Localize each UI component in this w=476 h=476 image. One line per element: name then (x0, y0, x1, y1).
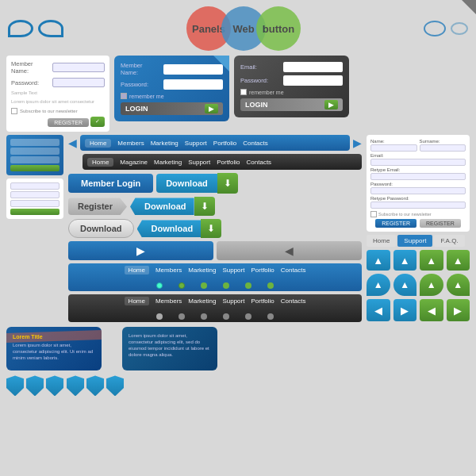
dot-6 (267, 282, 274, 289)
dir-btn-left-1[interactable]: ◀ (367, 299, 390, 321)
nav-arrow-left-1[interactable]: ◀ (68, 136, 77, 149)
scroll-btn-up-4[interactable]: ▲ (447, 250, 470, 271)
nc-contacts[interactable]: Contacts (281, 267, 306, 274)
nav-item-home[interactable]: Home (85, 139, 111, 148)
reg-name-label: Name: (370, 139, 417, 144)
register-green-btn[interactable]: ✓ (90, 117, 105, 127)
tab-home[interactable]: Home (367, 235, 396, 247)
sf-field-3[interactable] (10, 156, 60, 163)
scroll-btn-up-1[interactable]: ▲ (367, 250, 390, 271)
dir-btn-right-1[interactable]: ▶ (393, 299, 417, 321)
wf-field-1[interactable] (10, 182, 60, 190)
form3-remember-checkbox[interactable] (240, 89, 247, 95)
reg-cancel-btn[interactable]: REGISTER (420, 219, 461, 228)
download-btn-4[interactable]: Download ⬇ (137, 219, 222, 238)
nav2-support[interactable]: Support (188, 159, 210, 166)
register-button[interactable]: REGISTER (48, 118, 89, 127)
sf-field-2[interactable] (10, 148, 60, 155)
dir-btn-left-2[interactable]: ◀ (420, 299, 443, 321)
reg-submit-btn[interactable]: REGISTER (375, 219, 416, 228)
reg-repass-row: Retype Password: (370, 196, 466, 209)
nc-portfolio[interactable]: Portfolio (251, 267, 274, 274)
scroll-btn-up-2[interactable]: ▲ (393, 250, 417, 271)
speech-btn-2[interactable]: ▲ (393, 274, 417, 296)
reg-surname-label: Surname: (420, 139, 466, 144)
nav-item-marketing[interactable]: Marketing (151, 140, 178, 147)
download-btn-2[interactable]: Download ⬇ (130, 197, 215, 216)
nc-marketing[interactable]: Marketing (188, 267, 216, 274)
register-row: REGISTER ✓ (11, 117, 105, 127)
reg-email-input[interactable] (370, 159, 466, 166)
form-1: Member Name: Password: Sample Text Lorem… (6, 56, 109, 132)
dir-btn-right-2[interactable]: ▶ (447, 299, 470, 321)
download-btn-1[interactable]: Download ⬇ (156, 173, 238, 194)
wf-field-2[interactable] (10, 191, 60, 198)
sf-field-1[interactable] (10, 139, 60, 146)
reg-surname-input[interactable] (420, 144, 466, 152)
wide-bar-blue[interactable]: ▶ (68, 241, 213, 260)
nav-item-members[interactable]: Members (117, 140, 144, 147)
reg-pass-input[interactable] (370, 187, 466, 194)
info-label-1: Lorem Title (13, 333, 95, 341)
wf-submit[interactable] (10, 209, 60, 215)
nc2-home[interactable]: Home (125, 297, 149, 305)
dot2-5 (245, 313, 251, 320)
reg-repass-input[interactable] (370, 202, 466, 209)
wide-bars-row: ▶ ◀ (68, 241, 362, 260)
tab-support[interactable]: Support (397, 235, 432, 247)
sample-text: Sample Text (11, 90, 105, 96)
nav-arrow-right-1[interactable]: ▶ (353, 136, 362, 149)
speech-btn-4[interactable]: ▲ (447, 274, 470, 296)
reg-name-row: Name: Surname: (370, 139, 466, 152)
form2-password-input[interactable] (163, 79, 223, 90)
nav-circles-labels: Home Members Marketing Support Portfolio… (125, 266, 306, 274)
nav2-marketing[interactable]: Marketing (154, 159, 182, 166)
form3-email-input[interactable] (283, 62, 343, 72)
shield-4 (67, 375, 84, 396)
subscribe-checkbox[interactable] (11, 108, 17, 114)
nc-members[interactable]: Members (155, 267, 182, 274)
nc-support[interactable]: Support (222, 267, 244, 274)
nav2-magazine[interactable]: Magazine (120, 159, 148, 166)
member-name-input[interactable] (52, 63, 105, 72)
nc2-support[interactable]: Support (222, 298, 244, 305)
reg-buttons-row: REGISTER REGISTER (370, 219, 466, 228)
reg-retype-input[interactable] (370, 173, 466, 180)
register-btn-arrow[interactable]: Register (68, 198, 127, 215)
info-panels-row: Lorem Title Lorem ipsum dolor sit amet, … (0, 325, 476, 372)
wf-field-3[interactable] (10, 200, 60, 207)
form3-password-input[interactable] (283, 75, 343, 86)
form3-login-label: LOGIN (245, 101, 268, 109)
password-input[interactable] (52, 78, 105, 87)
nc2-members[interactable]: Members (155, 298, 182, 305)
reg-name-input[interactable] (370, 144, 417, 152)
sf-submit[interactable] (10, 165, 60, 171)
nav-item-portfolio[interactable]: Portfolio (213, 140, 236, 147)
speech-btn-1[interactable]: ▲ (367, 274, 390, 296)
nav-circles-dots-2 (156, 312, 274, 320)
scroll-btn-up-3[interactable]: ▲ (420, 250, 443, 271)
nav2-portfolio[interactable]: Portfolio (217, 159, 240, 166)
form2-login-btn[interactable]: LOGIN ▶ (121, 102, 223, 115)
speech-btn-3[interactable]: ▲ (420, 274, 443, 296)
download-btn-3[interactable]: Download (68, 219, 134, 238)
nav-item-contacts[interactable]: Contacts (243, 140, 268, 147)
nav-row-2: Home Magazine Marketing Support Portfoli… (68, 154, 362, 170)
small-form-white (6, 178, 63, 219)
circle-button[interactable]: button (256, 6, 301, 51)
nc-home[interactable]: Home (125, 266, 149, 274)
nav2-contacts[interactable]: Contacts (247, 159, 272, 166)
member-login-btn[interactable]: Member Login (68, 174, 153, 193)
nc2-marketing[interactable]: Marketing (188, 298, 216, 305)
nav-item-support[interactable]: Support (185, 140, 207, 147)
reg-subscribe-checkbox[interactable] (370, 211, 377, 217)
nav2-home[interactable]: Home (87, 158, 113, 167)
nc2-contacts[interactable]: Contacts (281, 298, 306, 305)
nc2-portfolio[interactable]: Portfolio (251, 298, 274, 305)
tab-faq[interactable]: F.A.Q. (434, 235, 464, 247)
circle-button-label: button (263, 23, 294, 35)
form3-email-label: Email: (240, 63, 280, 71)
wide-bar-gray[interactable]: ◀ (217, 241, 362, 260)
form3-login-btn[interactable]: LOGIN ▶ (240, 98, 343, 111)
form2-remember-checkbox[interactable] (121, 93, 127, 99)
